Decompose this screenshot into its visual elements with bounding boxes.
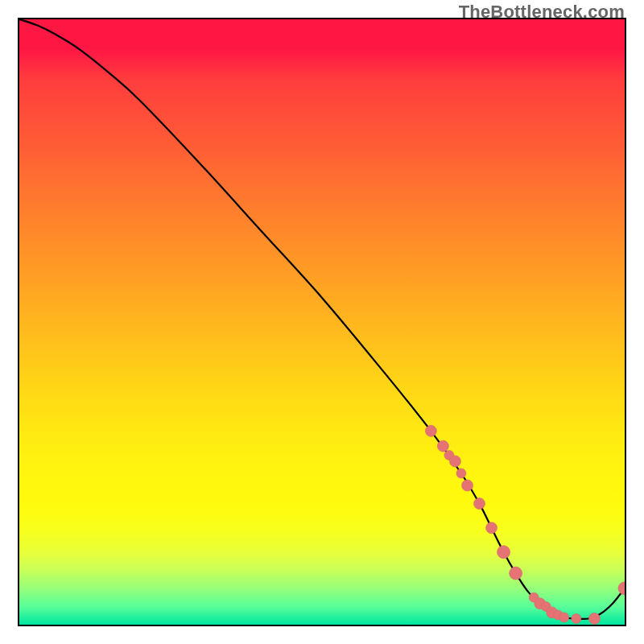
highlight-point — [456, 469, 466, 478]
bottleneck-curve-line — [19, 19, 625, 619]
highlight-point — [497, 546, 510, 559]
highlight-point — [572, 613, 581, 623]
highlight-point — [486, 522, 497, 534]
highlight-point — [588, 613, 600, 624]
highlight-point — [425, 425, 436, 436]
chart-frame: TheBottleneck.com — [0, 0, 644, 644]
chart-svg — [19, 19, 625, 625]
highlighted-points-group — [425, 425, 625, 624]
highlight-point — [437, 440, 448, 452]
highlight-point — [559, 613, 569, 622]
plot-area — [18, 18, 626, 626]
highlight-point — [618, 582, 625, 595]
highlight-point — [510, 567, 522, 580]
highlight-point — [461, 480, 473, 491]
highlight-point — [474, 498, 485, 510]
highlight-point — [449, 456, 460, 467]
